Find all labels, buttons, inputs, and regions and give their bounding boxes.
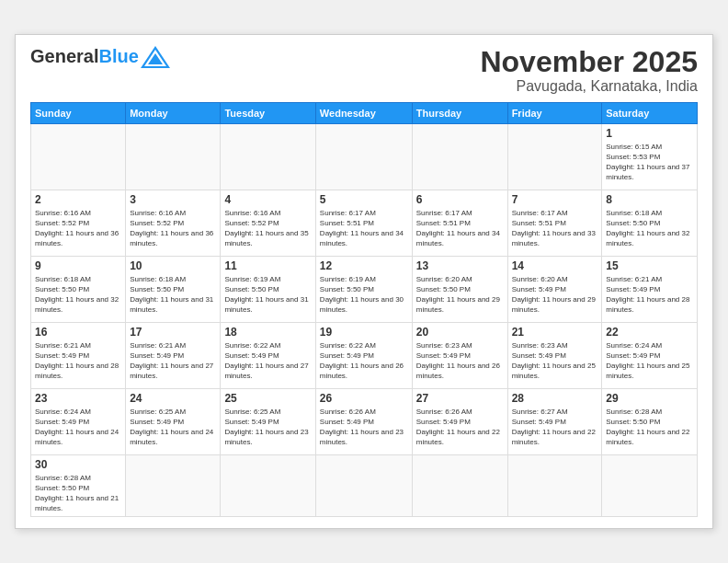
day-18: 18 Sunrise: 6:22 AMSunset: 5:49 PMDaylig… — [221, 322, 315, 388]
day-19: 19 Sunrise: 6:22 AMSunset: 5:49 PMDaylig… — [315, 322, 412, 388]
logo-blue: Blue — [98, 46, 138, 67]
empty-cell — [315, 454, 412, 517]
sunset-1: Sunset: 5:53 PM — [606, 153, 660, 161]
day-7: 7 Sunrise: 6:17 AMSunset: 5:51 PMDayligh… — [507, 190, 602, 256]
week-row-5: 23 Sunrise: 6:24 AMSunset: 5:49 PMDaylig… — [31, 388, 698, 454]
week-row-4: 16 Sunrise: 6:21 AMSunset: 5:49 PMDaylig… — [31, 322, 698, 388]
header-section: General Blue November 2025 Pavugada, Kar… — [30, 46, 698, 95]
empty-cell — [507, 123, 602, 190]
day-4: 4 Sunrise: 6:16 AMSunset: 5:52 PMDayligh… — [221, 190, 315, 256]
empty-cell — [507, 454, 602, 517]
day-9: 9 Sunrise: 6:18 AMSunset: 5:50 PMDayligh… — [31, 256, 126, 322]
day-1: 1 Sunrise: 6:15 AM Sunset: 5:53 PM Dayli… — [602, 123, 698, 190]
empty-cell — [126, 454, 221, 517]
day-13: 13 Sunrise: 6:20 AMSunset: 5:50 PMDaylig… — [412, 256, 507, 322]
day-22: 22 Sunrise: 6:24 AMSunset: 5:49 PMDaylig… — [602, 322, 698, 388]
calendar-grid: Sunday Monday Tuesday Wednesday Thursday… — [30, 102, 698, 518]
day-12: 12 Sunrise: 6:19 AMSunset: 5:50 PMDaylig… — [315, 256, 412, 322]
day-27: 27 Sunrise: 6:26 AMSunset: 5:49 PMDaylig… — [412, 388, 507, 454]
subtitle: Pavugada, Karnataka, India — [480, 78, 698, 95]
month-title: November 2025 — [480, 46, 698, 78]
day-info-1: Sunrise: 6:15 AM Sunset: 5:53 PM Dayligh… — [606, 142, 693, 183]
day-3: 3 Sunrise: 6:16 AMSunset: 5:52 PMDayligh… — [126, 190, 221, 256]
day-30: 30 Sunrise: 6:28 AMSunset: 5:50 PMDaylig… — [31, 454, 126, 517]
logo-general: General — [30, 46, 98, 67]
week-row-1: 1 Sunrise: 6:15 AM Sunset: 5:53 PM Dayli… — [31, 123, 698, 190]
day-14: 14 Sunrise: 6:20 AMSunset: 5:49 PMDaylig… — [507, 256, 602, 322]
day-25: 25 Sunrise: 6:25 AMSunset: 5:49 PMDaylig… — [221, 388, 315, 454]
title-area: November 2025 Pavugada, Karnataka, India — [480, 46, 698, 95]
day-21: 21 Sunrise: 6:23 AMSunset: 5:49 PMDaylig… — [507, 322, 602, 388]
sunrise-1: Sunrise: 6:15 AM — [606, 143, 662, 151]
day-6: 6 Sunrise: 6:17 AMSunset: 5:51 PMDayligh… — [412, 190, 507, 256]
day-5: 5 Sunrise: 6:17 AMSunset: 5:51 PMDayligh… — [315, 190, 412, 256]
week-row-6: 30 Sunrise: 6:28 AMSunset: 5:50 PMDaylig… — [31, 454, 698, 517]
day-2: 2 Sunrise: 6:16 AMSunset: 5:52 PMDayligh… — [31, 190, 126, 256]
calendar-container: General Blue November 2025 Pavugada, Kar… — [15, 34, 713, 530]
day-16: 16 Sunrise: 6:21 AMSunset: 5:49 PMDaylig… — [31, 322, 126, 388]
header-tuesday: Tuesday — [221, 102, 315, 123]
week-row-2: 2 Sunrise: 6:16 AMSunset: 5:52 PMDayligh… — [31, 190, 698, 256]
day-20: 20 Sunrise: 6:23 AMSunset: 5:49 PMDaylig… — [412, 322, 507, 388]
daylight-1: Daylight: 11 hours and 37 minutes. — [606, 163, 689, 181]
empty-cell — [412, 454, 507, 517]
header-wednesday: Wednesday — [315, 102, 412, 123]
day-23: 23 Sunrise: 6:24 AMSunset: 5:49 PMDaylig… — [31, 388, 126, 454]
week-row-3: 9 Sunrise: 6:18 AMSunset: 5:50 PMDayligh… — [31, 256, 698, 322]
empty-cell — [315, 123, 412, 190]
day-17: 17 Sunrise: 6:21 AMSunset: 5:49 PMDaylig… — [126, 322, 221, 388]
day-15: 15 Sunrise: 6:21 AMSunset: 5:49 PMDaylig… — [602, 256, 698, 322]
day-11: 11 Sunrise: 6:19 AMSunset: 5:50 PMDaylig… — [221, 256, 315, 322]
day-28: 28 Sunrise: 6:27 AMSunset: 5:49 PMDaylig… — [507, 388, 602, 454]
empty-cell — [126, 123, 221, 190]
day-number-1: 1 — [606, 127, 693, 140]
logo-area: General Blue — [30, 46, 170, 68]
header-monday: Monday — [126, 102, 221, 123]
empty-cell — [221, 454, 315, 517]
header-saturday: Saturday — [602, 102, 698, 123]
day-26: 26 Sunrise: 6:26 AMSunset: 5:49 PMDaylig… — [315, 388, 412, 454]
header-sunday: Sunday — [31, 102, 126, 123]
logo-text: General Blue — [30, 46, 170, 68]
empty-cell — [602, 454, 698, 517]
logo-icon — [141, 46, 170, 68]
day-29: 29 Sunrise: 6:28 AMSunset: 5:50 PMDaylig… — [602, 388, 698, 454]
day-10: 10 Sunrise: 6:18 AMSunset: 5:50 PMDaylig… — [126, 256, 221, 322]
empty-cell — [31, 123, 126, 190]
day-24: 24 Sunrise: 6:25 AMSunset: 5:49 PMDaylig… — [126, 388, 221, 454]
weekday-header-row: Sunday Monday Tuesday Wednesday Thursday… — [31, 102, 698, 123]
empty-cell — [412, 123, 507, 190]
empty-cell — [221, 123, 315, 190]
header-thursday: Thursday — [412, 102, 507, 123]
header-friday: Friday — [507, 102, 602, 123]
day-8: 8 Sunrise: 6:18 AMSunset: 5:50 PMDayligh… — [602, 190, 698, 256]
